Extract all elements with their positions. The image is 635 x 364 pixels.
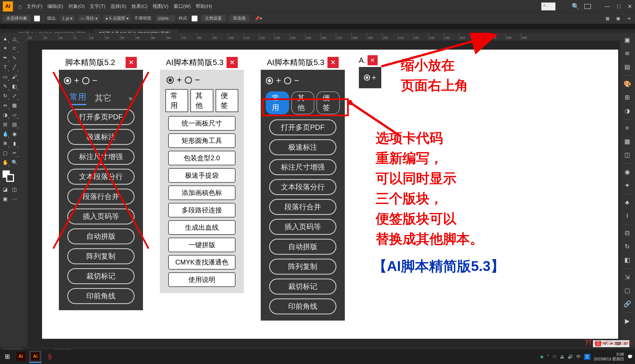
tray-icon[interactable]: ◆ [540, 354, 544, 359]
line-tool-icon[interactable]: ╱ [10, 63, 19, 71]
taskbar-clock[interactable]: 9:06 2023/8/13 星期日 [594, 352, 624, 361]
script-button[interactable]: 插入页码等 [269, 219, 336, 235]
transform-panel-icon[interactable]: ↻ [622, 241, 633, 252]
script-button[interactable]: 段落行合并 [67, 189, 135, 205]
script-button[interactable]: 裁切标记 [67, 268, 135, 284]
align-panel-icon[interactable]: ⊟ [622, 228, 633, 239]
home-icon[interactable]: ⌂ [18, 3, 22, 10]
script-button[interactable]: 印前角线 [269, 298, 336, 314]
menu-type[interactable]: 文字(T) [90, 3, 105, 10]
style-swatch[interactable] [191, 15, 198, 22]
script-button[interactable]: 极速标注 [269, 139, 336, 155]
script-button[interactable]: 打开多页PDF [269, 119, 336, 135]
preferences-button[interactable]: 首选项 [229, 15, 250, 22]
radio-on-icon[interactable] [64, 77, 71, 84]
script-button[interactable]: 极速标注 [67, 129, 135, 145]
color-panel-icon[interactable]: 🎨 [622, 78, 633, 90]
selection-tool-icon[interactable]: ▲ [1, 34, 9, 43]
taskbar-app-other[interactable]: § [44, 351, 56, 363]
draw-mode-icon[interactable]: ◫ [10, 185, 19, 194]
slice-tool-icon[interactable]: ✂ [10, 149, 19, 157]
gradient-panel-icon[interactable]: ▦ [622, 136, 633, 147]
script-button[interactable]: 段落行合并 [269, 199, 336, 215]
tray-ime-mode[interactable]: 五 [584, 354, 590, 360]
panel-collapse-icon[interactable]: ⇥ [625, 15, 632, 22]
stroke-uniform[interactable]: — 等比 ▾ [78, 15, 100, 22]
script-button[interactable]: 极速手提袋 [168, 168, 235, 183]
links-panel-icon[interactable]: 🔗 [622, 298, 633, 310]
gradient-tool-icon[interactable]: ▤ [10, 120, 19, 129]
magic-wand-tool-icon[interactable]: ✦ [1, 44, 9, 52]
tray-chevron-icon[interactable]: ˄ [547, 354, 549, 359]
window-close-icon[interactable]: ✕ [627, 3, 632, 10]
properties-panel-icon[interactable]: ▣ [622, 34, 633, 46]
perspective-tool-icon[interactable]: ▱ [10, 111, 19, 119]
close-button[interactable]: ✕ [227, 57, 238, 68]
script-button[interactable]: 自动拼版 [67, 228, 135, 244]
close-button[interactable]: ✕ [327, 57, 339, 68]
pen-tool-icon[interactable]: ✒ [1, 54, 9, 62]
tab-notes[interactable]: 便签 [216, 89, 238, 112]
document-setup-button[interactable]: 文档设置 [201, 15, 226, 22]
start-button[interactable]: ⊞ [2, 352, 12, 362]
transparency-panel-icon[interactable]: ◫ [622, 149, 633, 161]
script-button[interactable]: 文本段落分行 [67, 169, 135, 185]
menu-help[interactable]: 帮助(H) [196, 3, 212, 10]
radio-on-icon[interactable] [364, 75, 370, 81]
ruler-origin[interactable] [20, 33, 27, 41]
taskbar-app-ai-1[interactable]: Ai [15, 351, 27, 363]
tray-volume-icon[interactable]: 🔊 [568, 354, 573, 359]
opacity-input[interactable]: 100% [156, 15, 175, 21]
script-button[interactable]: 打开多页PDF [67, 109, 135, 125]
script-button[interactable]: 阵列复制 [67, 248, 135, 264]
window-restore-icon[interactable]: □ [617, 3, 620, 10]
radio-on-icon[interactable] [266, 77, 273, 84]
tray-network-icon[interactable]: 🖧 [560, 354, 564, 359]
tray-shield-icon[interactable]: 🛡 [553, 354, 557, 359]
radio-on-icon[interactable] [167, 76, 174, 84]
script-button[interactable]: 阵列复制 [269, 259, 336, 275]
window-minimize-icon[interactable]: — [604, 3, 610, 10]
libraries-panel-icon[interactable]: ▤ [622, 61, 633, 73]
script-button[interactable]: 插入页码等 [67, 208, 135, 224]
edit-toolbar-icon[interactable]: ⋯ [10, 195, 19, 203]
menu-select[interactable]: 选择(S) [110, 3, 126, 10]
radio-off-icon[interactable] [284, 77, 291, 84]
symbols-panel-icon[interactable]: ♣ [622, 197, 633, 208]
workspace-switcher-icon[interactable] [584, 4, 591, 9]
radio-off-icon[interactable] [82, 77, 89, 84]
color-guide-panel-icon[interactable]: ◑ [622, 105, 633, 117]
screen-mode-icon[interactable]: ▣ [1, 195, 9, 203]
tab-common[interactable]: 常用 [70, 91, 86, 105]
stroke-weight-input[interactable]: 1 pt ▾ [60, 15, 75, 22]
type-tool-icon[interactable]: T [1, 63, 9, 71]
script-button[interactable]: 一键拼版 [168, 238, 235, 252]
script-button[interactable]: 标注尺寸增强 [67, 149, 135, 165]
canvas[interactable]: 3020100102030405060708090100110120130140… [20, 33, 635, 347]
arrange-icon[interactable]: ▦ [604, 15, 611, 22]
ruler-vertical[interactable] [20, 41, 27, 347]
color-mode-icon[interactable]: ◪ [1, 185, 9, 194]
graph-tool-icon[interactable]: ▮ [10, 139, 19, 148]
symbol-sprayer-tool-icon[interactable]: ✻ [1, 139, 9, 148]
stroke-panel-icon[interactable]: ≡ [622, 122, 633, 134]
eyedropper-tool-icon[interactable]: 💧 [1, 130, 9, 138]
scale-tool-icon[interactable]: ⤢ [10, 92, 19, 100]
artboards-panel-icon[interactable]: ▢ [622, 285, 633, 296]
fill-swatch[interactable] [34, 15, 40, 22]
gpu-icon[interactable]: ▣ [615, 15, 622, 22]
menu-object[interactable]: 对象(O) [68, 3, 85, 10]
script-button[interactable]: 使用说明 [168, 272, 235, 287]
script-button[interactable]: 多段路径连接 [168, 203, 235, 217]
script-button[interactable]: 添加画稿色标 [168, 186, 235, 200]
script-button[interactable]: CMYK查找潘通色 [168, 255, 235, 270]
rotate-tool-icon[interactable]: ↻ [1, 92, 9, 100]
script-button[interactable]: 包装盒型2.0 [168, 151, 235, 165]
rectangle-tool-icon[interactable]: ▭ [1, 73, 9, 81]
stroke-color-swatch[interactable] [6, 174, 14, 182]
script-button[interactable]: 文本段落分行 [269, 179, 336, 195]
close-button[interactable]: ✕ [368, 55, 378, 65]
menu-effect[interactable]: 效果(C) [131, 3, 148, 10]
script-button[interactable]: 统一画板尺寸 [168, 116, 235, 131]
chevron-right-icon[interactable]: » [129, 94, 132, 102]
